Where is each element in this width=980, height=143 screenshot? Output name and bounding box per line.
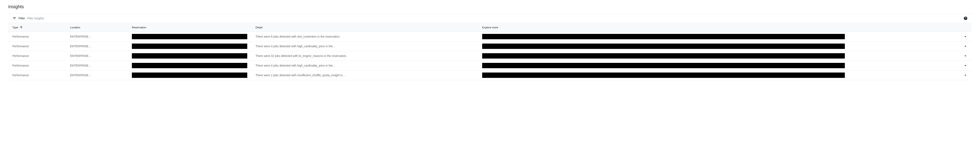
expand-row-button[interactable] [963,44,968,49]
cell-location: ENTERPRISE… [66,41,128,51]
redacted-block [482,63,845,68]
expand-row-button[interactable] [963,63,968,68]
cell-detail: There were 4 jobs detected with high_car… [251,61,478,71]
expand-row-button[interactable] [963,34,968,39]
cell-type: Performance [8,71,66,80]
cell-detail: There were 4 jobs detected with high_car… [251,41,478,51]
column-header-explore[interactable]: Explore more [478,23,947,32]
cell-explore [478,61,947,71]
cell-location: ENTERPRISE… [66,51,128,61]
redacted-block [132,72,247,78]
filter-label: Filter [19,17,25,20]
redacted-block [132,34,247,39]
redacted-block [482,53,845,58]
filter-icon [12,16,16,20]
cell-type: Performance [8,51,66,61]
cell-explore [478,71,947,80]
cell-type: Performance [8,41,66,51]
table-row: Performance ENTERPRISE… There were 4 job… [8,61,972,71]
cell-explore [478,32,947,41]
redacted-block [482,72,845,78]
insights-table: Type Location Reservation Detail Explore… [8,23,972,80]
cell-type: Performance [8,61,66,71]
cell-explore [478,41,947,51]
redacted-block [132,53,247,58]
table-row: Performance ENTERPRISE… There were 42 jo… [8,51,972,61]
cell-type: Performance [8,32,66,41]
cell-location: ENTERPRISE… [66,61,128,71]
redacted-block [482,44,845,49]
redacted-block [132,63,247,68]
redacted-block [132,44,247,49]
expand-row-button[interactable] [963,73,968,77]
cell-detail: There were 2 jobs detected with insuffic… [251,71,478,80]
sort-ascending-icon [19,25,23,29]
filter-input[interactable] [27,17,961,20]
cell-detail: There were 42 jobs detected with bi_engi… [251,51,478,61]
cell-location: ENTERPRISE… [66,71,128,80]
column-header-type[interactable]: Type [8,23,66,32]
cell-location: ENTERPRISE… [66,32,128,41]
column-header-location[interactable]: Location [66,23,128,32]
header-label: Type [12,26,18,29]
cell-reservation [128,41,251,51]
column-header-reservation[interactable]: Reservation [128,23,251,32]
column-header-detail[interactable]: Detail [251,23,478,32]
table-row: Performance ENTERPRISE… There were 2 job… [8,71,972,80]
column-header-expand [947,23,972,32]
redacted-block [482,34,845,39]
cell-detail: There were 6 jobs detected with slot_con… [251,32,478,41]
table-header-row: Type Location Reservation Detail Explore… [8,23,972,32]
table-row: Performance ENTERPRISE… There were 4 job… [8,41,972,51]
page-title: Insights [8,4,972,9]
table-row: Performance ENTERPRISE… There were 6 job… [8,32,972,41]
cell-reservation [128,32,251,41]
cell-reservation [128,71,251,80]
cell-explore [478,51,947,61]
filter-bar: Filter [8,14,972,23]
cell-reservation [128,51,251,61]
cell-reservation [128,61,251,71]
expand-row-button[interactable] [963,53,968,58]
help-icon[interactable] [964,16,968,20]
